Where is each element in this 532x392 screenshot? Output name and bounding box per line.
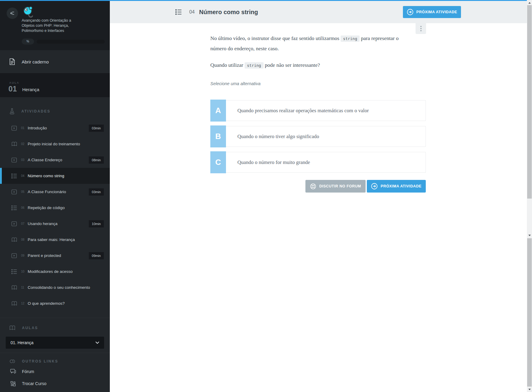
activity-item[interactable]: 07 Usando herança 10min (0, 216, 110, 232)
activity-label: Introdução (28, 126, 47, 130)
next-activity-button-top[interactable]: PRÓXIMA ATIVIDADE (403, 6, 461, 18)
sidebar-link-label: Fórum (22, 369, 34, 374)
triangle-down-icon (528, 235, 531, 236)
lesson-number: 01 (8, 85, 17, 93)
link-icon (9, 358, 15, 364)
course-progress: % (22, 39, 106, 45)
activity-header-band: 04 Número como string PRÓXIMA ATIVIDADE (110, 1, 527, 23)
discuss-forum-button[interactable]: DISCUTIR NO FORUM (305, 180, 366, 193)
video-icon (11, 126, 17, 131)
scroll-up-arrow[interactable] (527, 0, 532, 5)
activity-title-group: 04 Número como string (175, 1, 258, 23)
lesson-title: Herança (22, 87, 39, 92)
page-title: Número como string (199, 9, 258, 16)
progress-bar (37, 40, 105, 44)
collapse-arrow-icon (9, 10, 15, 16)
activity-label: Projeto inicial do treinamento (28, 142, 80, 146)
activity-number: 05 (21, 190, 26, 193)
book-icon (11, 301, 17, 306)
alternative-option[interactable]: C Quando o número for muito grande (210, 151, 426, 173)
activity-number: 09 (21, 254, 26, 257)
question-paragraph-2: Quando utilizar string pode não ser inte… (210, 60, 410, 70)
open-notebook-button[interactable]: Abrir caderno (0, 50, 110, 73)
collapse-sidebar-button[interactable] (7, 8, 18, 19)
activity-item[interactable]: 08 Para saber mais: Herança (0, 232, 110, 248)
activity-duration-badge: 10min (89, 220, 104, 227)
sidebar-link[interactable]: Trocar Curso (0, 379, 110, 388)
question-actions: DISCUTIR NO FORUM PRÓXIMA ATIVIDADE (210, 180, 426, 193)
scroll-down-arrow-bottom[interactable] (527, 387, 532, 392)
triangle-down-icon (528, 389, 531, 390)
sidebar-link[interactable]: Fórum (0, 367, 110, 376)
alternative-option[interactable]: B Quando o número tiver algo significado (210, 125, 426, 147)
lesson-select-value: 01. Herança (11, 340, 95, 345)
activity-label: Repetição de código (28, 205, 65, 210)
activity-label: O que aprendemos? (28, 301, 65, 306)
activity-item[interactable]: 05 A Classe Funcionário 03min (0, 184, 110, 200)
quiz-list-icon (175, 9, 181, 15)
progress-percent-badge: % (22, 39, 34, 45)
book-icon (11, 285, 17, 290)
lesson-select-dropdown[interactable]: 01. Herança (6, 337, 104, 349)
alternative-letter: C (210, 151, 226, 173)
triangle-up-icon (528, 2, 531, 4)
activity-item[interactable]: 03 A Classe Endereço 08min (0, 152, 110, 168)
activity-item[interactable]: 09 Parent e protected 09min (0, 248, 110, 264)
scrollbar-thumb-upper[interactable] (527, 5, 532, 199)
question-content: No último vídeo, o instrutor disse que f… (110, 23, 527, 392)
scroll-down-arrow-inner[interactable] (527, 233, 532, 238)
current-lesson-block[interactable]: AULA 01 Herança (0, 73, 110, 97)
activity-number: 03 (21, 158, 26, 162)
activities-section-header: ATIVIDADES (0, 97, 110, 115)
alternatives-list: A Quando precisamos realizar operações m… (210, 100, 426, 173)
activity-number: 07 (21, 222, 26, 225)
alternative-text: Quando o número for muito grande (226, 152, 426, 173)
question-column: No último vídeo, o instrutor disse que f… (210, 23, 426, 193)
aulas-section-header: AULAS (0, 318, 110, 331)
scrollbar-thumb-lower[interactable] (527, 238, 532, 387)
course-title: Avançando com Orientação a Objetos com P… (22, 18, 75, 33)
activity-item[interactable]: 11 Consolidando o seu conhecimento (0, 279, 110, 295)
book-icon (11, 301, 17, 306)
activity-item[interactable]: 02 Projeto inicial do treinamento (0, 136, 110, 152)
activity-item[interactable]: 06 Repetição de código (0, 200, 110, 216)
book-icon (11, 142, 17, 147)
activity-item-active[interactable]: 04 Número como string (0, 168, 110, 184)
video-icon (11, 190, 17, 194)
list-icon (11, 269, 17, 274)
other-links-label: OUTROS LINKS (22, 359, 58, 363)
top-accent-line (0, 0, 527, 1)
alternative-text: Quando precisamos realizar operações mat… (226, 100, 426, 121)
activities-section: ATIVIDADES 01 Introdução 03min 02 Projet… (0, 97, 110, 318)
next-activity-button-bottom[interactable]: PRÓXIMA ATIVIDADE (367, 180, 426, 193)
activity-number: 08 (21, 238, 26, 241)
vertical-scrollbar[interactable] (527, 0, 532, 392)
activity-label: Modificadores de acesso (28, 269, 73, 274)
list-icon (11, 174, 17, 178)
activity-number: 06 (21, 206, 26, 209)
activities-header-label: ATIVIDADES (21, 109, 51, 113)
list-icon (11, 269, 17, 274)
video-icon (11, 126, 17, 131)
activity-label: A Classe Funcionário (28, 190, 66, 194)
book-icon (11, 237, 17, 242)
list-icon (11, 174, 17, 178)
question-paragraph-1: No último vídeo, o instrutor disse que f… (210, 33, 410, 53)
activity-item[interactable]: 12 O que aprendemos? (0, 295, 110, 311)
activity-duration-badge: 09min (89, 252, 104, 259)
other-links-list: Fórum Trocar Curso (0, 367, 110, 388)
grid-icon (11, 381, 16, 386)
inline-code-string: string (341, 35, 360, 42)
alternative-option[interactable]: A Quando precisamos realizar operações m… (210, 100, 426, 122)
activity-number: 10 (21, 270, 26, 273)
notebook-label: Abrir caderno (22, 59, 49, 64)
book-icon (11, 237, 17, 242)
open-book-icon (9, 325, 15, 331)
forum-lifebuoy-icon (310, 183, 316, 190)
alternative-letter: B (210, 125, 226, 147)
activity-item[interactable]: 10 Modificadores de acesso (0, 264, 110, 279)
video-icon (11, 221, 17, 226)
other-links-section: OUTROS LINKS Fórum Trocar Curso (0, 353, 110, 392)
activity-item[interactable]: 01 Introdução 03min (0, 120, 110, 136)
inline-code-string: string (245, 62, 264, 69)
